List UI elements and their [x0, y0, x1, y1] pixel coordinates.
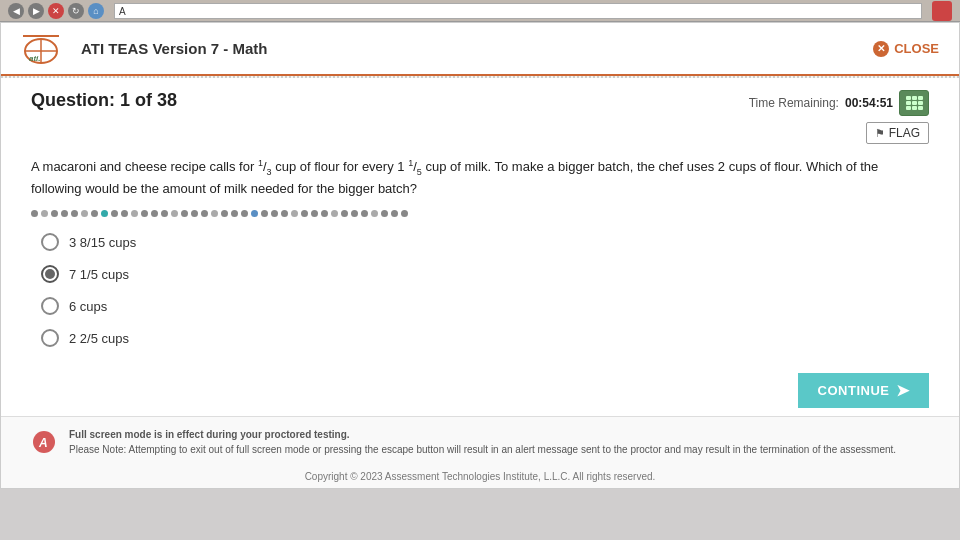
- footer: A Full screen mode is in effect during y…: [1, 416, 959, 467]
- progress-dot-6: [81, 210, 88, 217]
- calc-grid: [906, 96, 923, 110]
- app-header: ati. ATI TEAS Version 7 - Math ✕ CLOSE: [1, 23, 959, 76]
- progress-dot-19: [211, 210, 218, 217]
- footer-line2: Please Note: Attempting to exit out of f…: [69, 442, 896, 457]
- continue-arrow-icon: ➤: [896, 381, 910, 400]
- copyright: Copyright © 2023 Assessment Technologies…: [1, 467, 959, 488]
- option-c[interactable]: 6 cups: [41, 297, 929, 315]
- flag-button[interactable]: ⚑ FLAG: [866, 122, 929, 144]
- progress-dot-9: [111, 210, 118, 217]
- progress-dot-31: [331, 210, 338, 217]
- option-d-text: 2 2/5 cups: [69, 331, 129, 346]
- time-label: Time Remaining:: [749, 96, 839, 110]
- footer-text: Full screen mode is in effect during you…: [69, 427, 896, 457]
- flag-label: FLAG: [889, 126, 920, 140]
- footer-line1: Full screen mode is in effect during you…: [69, 427, 896, 442]
- progress-dot-10: [121, 210, 128, 217]
- progress-dot-1: [31, 210, 38, 217]
- option-c-text: 6 cups: [69, 299, 107, 314]
- continue-area: CONTINUE ➤: [1, 359, 959, 416]
- header-title: ATI TEAS Version 7 - Math: [81, 40, 267, 57]
- progress-dot-16: [181, 210, 188, 217]
- time-remaining: Time Remaining: 00:54:51: [749, 90, 929, 116]
- option-b-text: 7 1/5 cups: [69, 267, 129, 282]
- option-d[interactable]: 2 2/5 cups: [41, 329, 929, 347]
- fraction2-num: 1: [408, 158, 413, 168]
- progress-dot-23: [251, 210, 258, 217]
- continue-label: CONTINUE: [818, 383, 890, 398]
- option-a-text: 3 8/15 cups: [69, 235, 136, 250]
- progress-dot-21: [231, 210, 238, 217]
- flag-icon: ⚑: [875, 127, 885, 140]
- progress-dot-2: [41, 210, 48, 217]
- progress-dot-37: [391, 210, 398, 217]
- question-text-part1: A macaroni and cheese recipe calls for: [31, 159, 258, 174]
- footer-warning-icon: A: [31, 429, 57, 455]
- progress-dot-33: [351, 210, 358, 217]
- progress-dot-27: [291, 210, 298, 217]
- continue-button[interactable]: CONTINUE ➤: [798, 373, 929, 408]
- content-area: Question: 1 of 38 Time Remaining: 00:54:…: [1, 78, 959, 359]
- progress-dot-32: [341, 210, 348, 217]
- progress-dot-18: [201, 210, 208, 217]
- progress-dot-30: [321, 210, 328, 217]
- progress-dot-20: [221, 210, 228, 217]
- close-label: CLOSE: [894, 41, 939, 56]
- progress-dot-25: [271, 210, 278, 217]
- progress-dot-4: [61, 210, 68, 217]
- home-button[interactable]: ⌂: [88, 3, 104, 19]
- progress-dots: [31, 210, 929, 217]
- browser-bar: ◀ ▶ ✕ ↻ ⌂ A: [0, 0, 960, 22]
- progress-dot-5: [71, 210, 78, 217]
- progress-dot-12: [141, 210, 148, 217]
- question-number: Question: 1 of 38: [31, 90, 177, 111]
- progress-dot-14: [161, 210, 168, 217]
- progress-dot-36: [381, 210, 388, 217]
- progress-dot-35: [371, 210, 378, 217]
- question-header: Question: 1 of 38 Time Remaining: 00:54:…: [31, 90, 929, 144]
- progress-dot-8: [101, 210, 108, 217]
- calculator-icon[interactable]: [899, 90, 929, 116]
- logo-area: ati. ATI TEAS Version 7 - Math: [21, 31, 267, 66]
- progress-dot-3: [51, 210, 58, 217]
- progress-dot-17: [191, 210, 198, 217]
- radio-c[interactable]: [41, 297, 59, 315]
- ati-logo: ati.: [21, 31, 71, 66]
- progress-dot-38: [401, 210, 408, 217]
- radio-b-inner: [45, 269, 55, 279]
- svg-text:A: A: [38, 436, 48, 450]
- back-button[interactable]: ◀: [8, 3, 24, 19]
- close-icon: ✕: [873, 41, 889, 57]
- answer-options: 3 8/15 cups 7 1/5 cups 6 cups 2 2/5 cups: [41, 233, 929, 347]
- option-a[interactable]: 3 8/15 cups: [41, 233, 929, 251]
- option-b[interactable]: 7 1/5 cups: [41, 265, 929, 283]
- stop-button[interactable]: ✕: [48, 3, 64, 19]
- progress-dot-15: [171, 210, 178, 217]
- close-button[interactable]: ✕ CLOSE: [873, 41, 939, 57]
- radio-d[interactable]: [41, 329, 59, 347]
- progress-dot-24: [261, 210, 268, 217]
- main-container: ati. ATI TEAS Version 7 - Math ✕ CLOSE Q…: [0, 22, 960, 489]
- progress-dot-22: [241, 210, 248, 217]
- progress-dot-29: [311, 210, 318, 217]
- progress-dot-28: [301, 210, 308, 217]
- radio-a[interactable]: [41, 233, 59, 251]
- fraction1-num: 1: [258, 158, 263, 168]
- forward-button[interactable]: ▶: [28, 3, 44, 19]
- question-text-part2: cup of flour for every 1: [272, 159, 409, 174]
- progress-dot-7: [91, 210, 98, 217]
- browser-icon: [932, 1, 952, 21]
- progress-dot-11: [131, 210, 138, 217]
- radio-b[interactable]: [41, 265, 59, 283]
- reload-button[interactable]: ↻: [68, 3, 84, 19]
- svg-text:ati.: ati.: [29, 54, 41, 63]
- progress-dot-26: [281, 210, 288, 217]
- progress-dot-34: [361, 210, 368, 217]
- right-controls: Time Remaining: 00:54:51 ⚑ FLAG: [749, 90, 929, 144]
- question-text: A macaroni and cheese recipe calls for 1…: [31, 156, 929, 200]
- time-value: 00:54:51: [845, 96, 893, 110]
- progress-dot-13: [151, 210, 158, 217]
- address-bar[interactable]: A: [114, 3, 922, 19]
